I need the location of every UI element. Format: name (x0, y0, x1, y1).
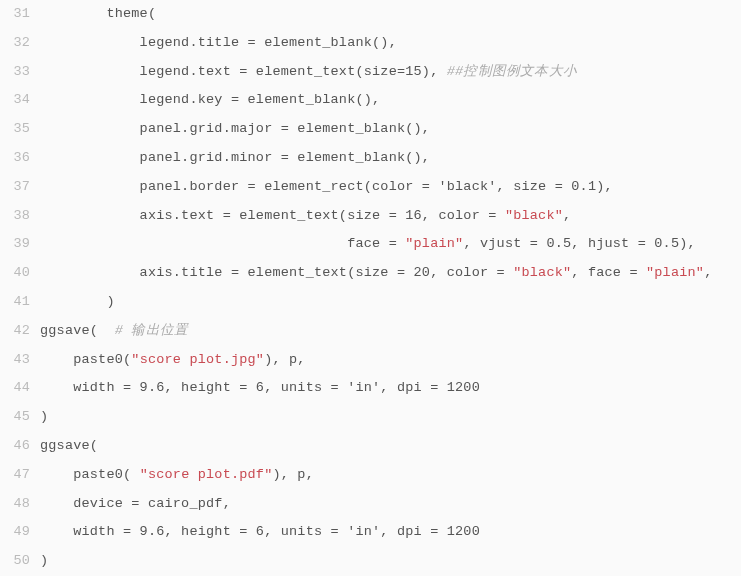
line-content[interactable]: axis.text = element_text(size = 16, colo… (40, 202, 741, 231)
line-content[interactable]: width = 9.6, height = 6, units = 'in', d… (40, 518, 741, 547)
token-id: , vjust = 0.5, hjust = 0.5), (463, 236, 695, 251)
token-id: ) (40, 553, 48, 568)
line-content[interactable]: panel.border = element_rect(color = 'bla… (40, 173, 741, 202)
token-id: ) (40, 409, 48, 424)
token-str: "score plot.pdf" (140, 467, 273, 482)
line-content[interactable]: panel.grid.minor = element_blank(), (40, 144, 741, 173)
line-content[interactable]: paste0( "score plot.pdf"), p, (40, 461, 741, 490)
line-number: 31 (0, 0, 40, 29)
token-id: theme( (40, 6, 156, 21)
code-line[interactable]: 39 face = "plain", vjust = 0.5, hjust = … (0, 230, 741, 259)
token-id: panel.border = element_rect(color = 'bla… (40, 179, 613, 194)
token-id: paste0( (40, 467, 140, 482)
token-id: ), p, (272, 467, 314, 482)
code-line[interactable]: 42ggsave( # 输出位置 (0, 317, 741, 346)
line-number: 37 (0, 173, 40, 202)
token-id: panel.grid.major = element_blank(), (40, 121, 430, 136)
code-line[interactable]: 31 theme( (0, 0, 741, 29)
code-line[interactable]: 41 ) (0, 288, 741, 317)
code-line[interactable]: 48 device = cairo_pdf, (0, 490, 741, 519)
token-cmt: ##控制图例文本大小 (447, 64, 577, 79)
line-number: 43 (0, 346, 40, 375)
token-str: "black" (513, 265, 571, 280)
token-str: "score plot.jpg" (131, 352, 264, 367)
token-id: ggsave( (40, 438, 98, 453)
line-content[interactable]: ggsave( (40, 432, 741, 461)
code-line[interactable]: 34 legend.key = element_blank(), (0, 86, 741, 115)
line-number: 38 (0, 202, 40, 231)
line-content[interactable]: legend.key = element_blank(), (40, 86, 741, 115)
line-number: 35 (0, 115, 40, 144)
line-number: 47 (0, 461, 40, 490)
token-id: paste0( (40, 352, 131, 367)
line-content[interactable]: ) (40, 403, 741, 432)
token-id: ggsave( (40, 323, 115, 338)
code-line[interactable]: 33 legend.text = element_text(size=15), … (0, 58, 741, 87)
token-id: device = cairo_pdf, (40, 496, 231, 511)
token-id: ), p, (264, 352, 306, 367)
token-cmt: # 输出位置 (115, 323, 188, 338)
line-number: 42 (0, 317, 40, 346)
line-number: 45 (0, 403, 40, 432)
line-content[interactable]: legend.title = element_blank(), (40, 29, 741, 58)
token-id: , face = (571, 265, 646, 280)
line-number: 40 (0, 259, 40, 288)
token-id: , (704, 265, 712, 280)
line-content[interactable]: ggsave( # 输出位置 (40, 317, 741, 346)
code-line[interactable]: 49 width = 9.6, height = 6, units = 'in'… (0, 518, 741, 547)
token-str: "plain" (405, 236, 463, 251)
token-id: width = 9.6, height = 6, units = 'in', d… (40, 380, 480, 395)
line-content[interactable]: paste0("score plot.jpg"), p, (40, 346, 741, 375)
line-number: 33 (0, 58, 40, 87)
line-number: 39 (0, 230, 40, 259)
token-id: ) (40, 294, 115, 309)
line-number: 48 (0, 490, 40, 519)
line-number: 44 (0, 374, 40, 403)
line-number: 46 (0, 432, 40, 461)
line-content[interactable]: axis.title = element_text(size = 20, col… (40, 259, 741, 288)
token-id: face = (40, 236, 405, 251)
token-id: axis.title = element_text(size = 20, col… (40, 265, 513, 280)
code-block: 31 theme(32 legend.title = element_blank… (0, 0, 741, 576)
line-content[interactable]: theme( (40, 0, 741, 29)
code-line[interactable]: 47 paste0( "score plot.pdf"), p, (0, 461, 741, 490)
line-number: 32 (0, 29, 40, 58)
token-id: panel.grid.minor = element_blank(), (40, 150, 430, 165)
code-line[interactable]: 37 panel.border = element_rect(color = '… (0, 173, 741, 202)
code-line[interactable]: 50) (0, 547, 741, 576)
line-number: 34 (0, 86, 40, 115)
line-content[interactable]: ) (40, 288, 741, 317)
line-number: 41 (0, 288, 40, 317)
code-line[interactable]: 45) (0, 403, 741, 432)
line-content[interactable]: panel.grid.major = element_blank(), (40, 115, 741, 144)
code-line[interactable]: 32 legend.title = element_blank(), (0, 29, 741, 58)
line-content[interactable]: ) (40, 547, 741, 576)
code-line[interactable]: 43 paste0("score plot.jpg"), p, (0, 346, 741, 375)
token-id: , (563, 208, 571, 223)
token-id: axis.text = element_text(size = 16, colo… (40, 208, 505, 223)
line-content[interactable]: device = cairo_pdf, (40, 490, 741, 519)
token-id: legend.text = element_text(size=15), (40, 64, 447, 79)
line-content[interactable]: face = "plain", vjust = 0.5, hjust = 0.5… (40, 230, 741, 259)
line-number: 50 (0, 547, 40, 576)
line-content[interactable]: width = 9.6, height = 6, units = 'in', d… (40, 374, 741, 403)
line-content[interactable]: legend.text = element_text(size=15), ##控… (40, 58, 741, 87)
code-line[interactable]: 36 panel.grid.minor = element_blank(), (0, 144, 741, 173)
code-line[interactable]: 40 axis.title = element_text(size = 20, … (0, 259, 741, 288)
token-id: legend.key = element_blank(), (40, 92, 380, 107)
code-line[interactable]: 44 width = 9.6, height = 6, units = 'in'… (0, 374, 741, 403)
token-id: legend.title = element_blank(), (40, 35, 397, 50)
line-number: 36 (0, 144, 40, 173)
token-str: "black" (505, 208, 563, 223)
code-line[interactable]: 38 axis.text = element_text(size = 16, c… (0, 202, 741, 231)
code-line[interactable]: 46ggsave( (0, 432, 741, 461)
code-line[interactable]: 35 panel.grid.major = element_blank(), (0, 115, 741, 144)
line-number: 49 (0, 518, 40, 547)
token-str: "plain" (646, 265, 704, 280)
token-id: width = 9.6, height = 6, units = 'in', d… (40, 524, 480, 539)
